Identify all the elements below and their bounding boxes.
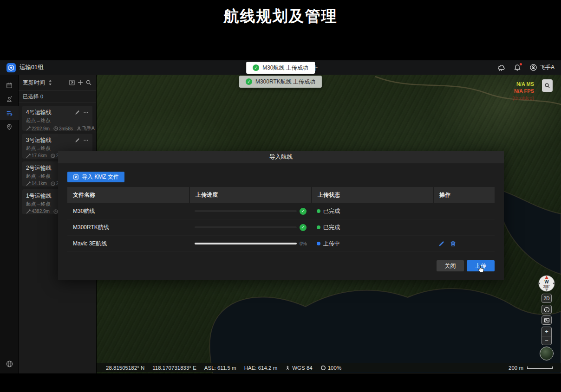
layers-icon [544, 317, 550, 323]
user-menu[interactable]: 飞手A [529, 64, 554, 71]
file-name: M30航线 [67, 207, 189, 215]
col-file-name: 文件名称 [67, 187, 189, 203]
dialog-title: 导入航线 [58, 151, 504, 163]
status-label: 已完成 [323, 207, 340, 215]
route-name: 3号运输线 [26, 136, 52, 144]
status-dot [317, 209, 320, 213]
col-operations: 操作 [433, 187, 495, 203]
telemetry-fps: N/A FPS [512, 88, 534, 95]
close-button[interactable]: 关闭 [437, 260, 464, 271]
map-info-button[interactable] [541, 305, 552, 314]
telemetry-ms: N/A MS [512, 81, 534, 88]
more-options-icon[interactable] [83, 138, 89, 143]
edit-file-icon[interactable] [438, 241, 444, 247]
col-upload-progress: 上传进度 [189, 187, 311, 203]
status-dot [317, 242, 320, 245]
notification-badge [520, 63, 522, 65]
toast-message: M30航线 上传成功 [262, 64, 308, 72]
hae-readout: HAE: 614.2 m [244, 365, 278, 371]
telemetry-readout: N/A MS N/A FPS (throttled) [512, 81, 534, 102]
sort-arrows-icon[interactable] [47, 79, 53, 86]
success-check-icon: ✓ [253, 64, 259, 71]
battery-readout: 100% [328, 365, 341, 371]
edit-route-icon[interactable] [75, 138, 80, 143]
import-kmz-label: 导入 KMZ 文件 [82, 173, 119, 181]
distance-icon [26, 126, 31, 131]
file-name: Mavic 3E航线 [67, 240, 189, 248]
zoom-in-button[interactable]: + [542, 327, 551, 336]
pilot-icon [77, 126, 81, 131]
rail-routes-icon[interactable] [0, 106, 19, 120]
longitude-readout: 118.170731833° E [152, 365, 196, 371]
distance-icon [26, 209, 31, 214]
route-name: 4号运输线 [26, 109, 52, 116]
progress-percent: 0% [300, 241, 307, 246]
page-title: 航线规划及管理 [0, 6, 561, 27]
mini-globe-button[interactable] [540, 347, 554, 360]
more-options-icon[interactable] [83, 110, 89, 115]
weather-icon[interactable] [497, 64, 505, 72]
distance-icon [26, 181, 31, 186]
duration-icon [51, 154, 55, 158]
rail-globe-icon[interactable] [0, 360, 19, 368]
progress-bar [195, 210, 297, 212]
rail-location-icon[interactable] [0, 120, 19, 134]
zoom-out-button[interactable]: − [542, 336, 551, 345]
compass-direction: W [544, 279, 549, 284]
compass-control[interactable]: W 288° [538, 275, 555, 292]
col-upload-status: 上传状态 [311, 187, 433, 203]
map-layers-button[interactable] [541, 315, 552, 325]
import-routes-dialog: 导入航线 导入 KMZ 文件 文件名称 上传进度 上传状态 操作 M30航线 ✓… [58, 151, 504, 280]
duration-icon [53, 126, 58, 131]
scale-label: 200 m [509, 365, 523, 371]
route-card[interactable]: 4号运输线 起点→终点 2202.9m 3m58s 飞手A [22, 106, 92, 131]
progress-bar [195, 243, 297, 245]
status-dot [317, 225, 320, 229]
status-label: 上传中 [323, 240, 340, 248]
route-distance: 14.1km [32, 181, 47, 186]
multi-select-icon[interactable] [69, 79, 75, 86]
latitude-readout: 28.81505182° N [106, 365, 144, 371]
file-name: M300RTK航线 [67, 224, 189, 231]
datum-readout: WGS 84 [292, 365, 312, 371]
search-icon [544, 83, 550, 89]
table-row: M30航线 ✓ 已完成 [67, 203, 495, 219]
status-label: 已完成 [323, 224, 340, 231]
app-logo-icon[interactable] [7, 63, 16, 72]
progress-check-icon: ✓ [300, 224, 307, 231]
add-route-icon[interactable] [77, 79, 84, 86]
scale-bar [527, 366, 553, 369]
rail-devices-icon[interactable] [0, 92, 19, 106]
selected-count: 已选择 0 [19, 91, 96, 103]
toast-upload-success: ✓ M300RTK航线 上传成功 [239, 76, 322, 88]
info-icon [544, 307, 550, 313]
map-search-button[interactable] [542, 79, 553, 92]
telemetry-throttled: (throttled) [512, 95, 534, 102]
toast-upload-success: ✓ M30航线 上传成功 [246, 62, 315, 74]
route-distance: 4382.9m [32, 209, 50, 214]
sort-label[interactable]: 更新时间 [23, 79, 45, 87]
rail-calendar-icon[interactable] [0, 78, 19, 92]
compass-degrees: 288° [543, 285, 550, 288]
route-name: 1号运输线 [26, 192, 52, 200]
delete-file-icon[interactable] [450, 241, 456, 247]
table-row: Mavic 3E航线 0% 上传中 [67, 236, 495, 252]
group-name[interactable]: 运输01组 [20, 64, 43, 71]
route-distance: 17.6km [32, 153, 47, 158]
progress-check-icon: ✓ [300, 208, 307, 215]
distance-icon [26, 154, 31, 158]
import-kmz-button[interactable]: 导入 KMZ 文件 [67, 172, 124, 182]
success-check-icon: ✓ [246, 78, 252, 85]
progress-bar [195, 226, 297, 229]
map-2d-toggle[interactable]: 2D [541, 294, 552, 303]
asl-readout: ASL: 611.5 m [204, 365, 236, 371]
route-duration: 3m58s [59, 126, 73, 131]
notification-bell-icon[interactable] [513, 64, 522, 72]
edit-route-icon[interactable] [75, 110, 80, 115]
map-status-bar: 28.81505182° N 118.170731833° E ASL: 611… [97, 363, 561, 372]
search-icon[interactable] [85, 79, 92, 86]
route-distance: 2202.9m [32, 126, 50, 131]
battery-ring-icon [320, 365, 326, 371]
datum-icon [285, 365, 290, 370]
table-row: M300RTK航线 ✓ 已完成 [67, 219, 495, 236]
